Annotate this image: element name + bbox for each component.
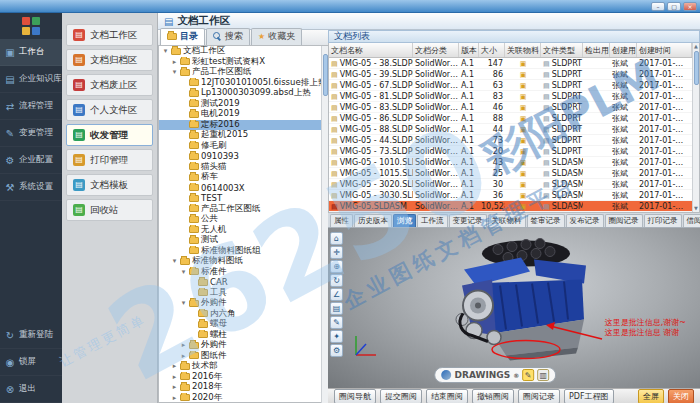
nav-item-退出[interactable]: ⊗退出 (0, 376, 62, 403)
detail-tab-浏览[interactable]: 浏览 (393, 214, 416, 227)
module-item-文档工作区[interactable]: ▤文档工作区 (66, 24, 153, 46)
tree-item[interactable]: 螺柱 (159, 330, 327, 341)
rotate-icon[interactable]: ↻ (330, 274, 343, 287)
column-header-检出用户[interactable]: 检出用户 (583, 43, 610, 57)
scroll-up-icon[interactable]: ▲ (694, 43, 698, 50)
fit-view-icon[interactable]: ⌂ (330, 232, 343, 245)
table-row[interactable]: ▤VMG-05 - 73.SLDPRTSolidWor…A.120▣▤SLDPR… (329, 146, 692, 157)
detail-tab-圈阅记录[interactable]: 圈阅记录 (605, 214, 643, 227)
tree-item[interactable]: ▸图纸件 (159, 351, 327, 362)
tree-item[interactable]: ▸2018年 (159, 382, 327, 393)
module-item-文档模板[interactable]: ▤文档模板 (66, 174, 153, 196)
measure-icon[interactable]: ∠ (330, 288, 343, 301)
table-row[interactable]: ▤VMG-05 - 3020.SLDASMSolidWor…A.130▣▤SLD… (329, 179, 692, 190)
pan-icon[interactable]: ✛ (330, 246, 343, 259)
table-row[interactable]: ▤VMG-05 - 67.SLDPRTSolidWor…A.163▣▤SLDPR… (329, 80, 692, 91)
column-header-文档分类[interactable]: 文档分类 (413, 43, 459, 57)
tree-item[interactable]: 桥车 (159, 172, 327, 183)
tree-item[interactable]: ▾标准件 (159, 267, 327, 278)
viewer-button-撤销圈阅[interactable]: 撤销圈阅 (472, 389, 514, 403)
viewer-button-圈阅记录[interactable]: 圈阅记录 (518, 389, 560, 403)
detail-tab-属性[interactable]: 属性 (330, 214, 353, 227)
table-row[interactable]: ▤VMG-05 - 88.SLDPRTSolidWor…A.144▣▤SLDPR… (329, 124, 692, 135)
module-item-收发管理[interactable]: ▤收发管理 (66, 124, 153, 146)
tree-item[interactable]: 电机2019 (159, 109, 327, 120)
close-button[interactable]: × (683, 2, 697, 11)
zoom-icon[interactable]: ⊕ (330, 260, 343, 273)
tree-scrollbar[interactable] (321, 46, 328, 403)
tree-item[interactable]: 12JT030101005Ⅰ.6issue排上热 (159, 78, 327, 89)
detail-tab-工作流[interactable]: 工作流 (417, 214, 448, 227)
tree-item[interactable]: 工具 (159, 288, 327, 299)
detail-tab-关联物料[interactable]: 关联物料 (488, 214, 526, 227)
section-icon[interactable]: ▤ (330, 302, 343, 315)
pane-tab-收藏夹[interactable]: ★收藏夹 (251, 28, 302, 45)
explode-icon[interactable]: ✦ (330, 330, 343, 343)
maximize-button[interactable]: ▢ (667, 2, 681, 11)
tree-item[interactable]: Lp13000303099.absd上热 (159, 88, 327, 99)
column-header-版本[interactable]: 版本 (459, 43, 479, 57)
table-row[interactable]: ▤VMG-05 - 44.SLDPRTSolidWor…A.173▣▤SLDPR… (329, 135, 692, 146)
table-row[interactable]: ▤VMG-05 - 38.SLDPRTSolidWor…A.1147▣▤SLDP… (329, 58, 692, 69)
module-item-文档归档区[interactable]: ▤文档归档区 (66, 49, 153, 71)
tree-item[interactable]: TEST (159, 193, 327, 204)
column-header-大小[interactable]: 大小 (479, 43, 505, 57)
module-item-个人文件区[interactable]: ▤个人文件区 (66, 99, 153, 121)
tree-item[interactable]: ▸2016年 (159, 372, 327, 383)
tree-item[interactable]: 公共 (159, 214, 327, 225)
table-row[interactable]: ▤VMG-05 - 86.SLDPRTSolidWor…A.188▣▤SLDPR… (329, 113, 692, 124)
viewer-button-关闭[interactable]: 关闭 (668, 389, 694, 403)
nav-item-流程管理[interactable]: ⇄流程管理 (0, 93, 62, 120)
tree-item[interactable]: 修毛刷 (159, 141, 327, 152)
module-item-回收站[interactable]: ▤回收站 (66, 199, 153, 221)
nav-item-企业配置[interactable]: ⚙企业配置 (0, 147, 62, 174)
tree-item[interactable]: ▾文档工作区 (159, 46, 327, 57)
tree-item[interactable]: ▾外购件 (159, 298, 327, 309)
column-header-文档名称[interactable]: 文档名称 (329, 43, 413, 57)
table-row[interactable]: ▤VMG-05 - 1010.SLDASMSolidWor…A.143▣▤SLD… (329, 157, 692, 168)
column-header-创建时间[interactable]: 创建时间 (637, 43, 692, 57)
nav-item-变更管理[interactable]: ✎变更管理 (0, 120, 62, 147)
tree-item[interactable]: 标准物料图纸组 (159, 246, 327, 257)
tree-item[interactable]: 内六角 (159, 309, 327, 320)
viewer-button-PDF工程图[interactable]: PDF工程图 (564, 389, 614, 403)
tree-item[interactable]: CAR (159, 277, 327, 288)
column-header-文件类型[interactable]: 文件类型 (541, 43, 583, 57)
module-item-文档废止区[interactable]: ▤文档废止区 (66, 74, 153, 96)
minimize-button[interactable]: – (651, 2, 665, 11)
detail-tab-借阅记录[interactable]: 借阅记录 (683, 214, 700, 227)
table-row[interactable]: ▤VMG-05 - 39.SLDPRTSolidWor…A.186▣▤SLDPR… (329, 69, 692, 80)
module-item-打印管理[interactable]: ▤打印管理 (66, 149, 153, 171)
nav-item-系统设置[interactable]: ⚒系统设置 (0, 174, 62, 201)
detail-tab-历史版本[interactable]: 历史版本 (354, 214, 392, 227)
tree-item[interactable]: ▸技术部 (159, 361, 327, 372)
tree-item[interactable]: ▾标准物料图纸 (159, 256, 327, 267)
viewer-button-提交圈阅[interactable]: 提交圈阅 (380, 389, 422, 403)
column-header-创建用户[interactable]: 创建用户 (610, 43, 637, 57)
pane-tab-搜索[interactable]: 搜索 (206, 28, 250, 45)
tree-item[interactable]: ▸外购件 (159, 340, 327, 351)
nav-item-工作台[interactable]: ▣工作台 (0, 39, 62, 66)
tree-item[interactable]: 猫头猫 (159, 162, 327, 173)
table-row[interactable]: ▤VMG-05 - 3030.SLDASMSolidWor…A.136▣▤SLD… (329, 190, 692, 201)
viewer-button-结束圈阅[interactable]: 结束圈阅 (426, 389, 468, 403)
tree-item[interactable]: 0614003X (159, 183, 327, 194)
table-row[interactable]: ▤VMG-05 - 1015.SLDASMSolidWor…A.125▣▤SLD… (329, 168, 692, 179)
column-header-关联物料[interactable]: 关联物料 (505, 43, 541, 57)
detail-tab-打印记录[interactable]: 打印记录 (644, 214, 682, 227)
tree-item[interactable]: ▸2020年 (159, 393, 327, 403)
nav-item-企业知识库[interactable]: ▤企业知识库 (0, 66, 62, 93)
table-scroll-thumb[interactable] (694, 51, 699, 85)
tree-item[interactable]: 定标2016 (159, 120, 327, 131)
detail-tab-签审记录[interactable]: 签审记录 (527, 214, 565, 227)
tree-item[interactable]: 测试2019 (159, 99, 327, 110)
save-view-button[interactable]: ▥ (537, 369, 549, 381)
table-row[interactable]: ▤VMG-05 - 83.SLDPRTSolidWor…A.146▣▤SLDPR… (329, 102, 692, 113)
tree-item[interactable]: ▾产品工作区图纸 (159, 67, 327, 78)
nav-item-锁屏[interactable]: ◉锁屏 (0, 349, 62, 376)
tree-item[interactable]: ▸彩虹test测试资料X (159, 57, 327, 68)
tree-item[interactable]: 无人机 (159, 225, 327, 236)
tree-item[interactable]: 0910393 (159, 151, 327, 162)
markup-pencil-button[interactable]: ✎ (522, 369, 534, 381)
nav-item-重新登陆[interactable]: ↻重新登陆 (0, 322, 62, 349)
